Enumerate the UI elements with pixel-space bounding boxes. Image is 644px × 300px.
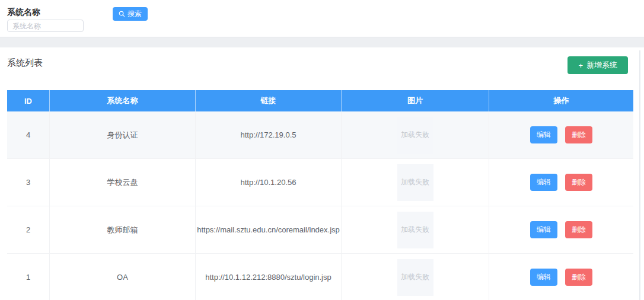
cell-link: http://10.1.20.56 — [196, 159, 342, 206]
column-header-id: ID — [7, 90, 50, 111]
column-header-link: 链接 — [196, 90, 342, 111]
cell-link: http://172.19.0.5 — [196, 111, 342, 158]
cell-actions: 编辑 删除 — [489, 254, 633, 300]
broken-image-placeholder: 加载失败 — [397, 259, 433, 296]
cell-name: OA — [50, 254, 196, 300]
panel-header: 系统列表 + 新增系统 — [7, 56, 628, 74]
scrollbar[interactable] — [639, 50, 640, 300]
table-row: 2 教师邮箱 https://mail.sztu.edu.cn/coremail… — [7, 206, 633, 254]
cell-id: 4 — [7, 111, 50, 158]
add-system-button-label: 新增系统 — [586, 60, 617, 71]
cell-name: 身份认证 — [50, 111, 196, 158]
cell-name: 学校云盘 — [50, 159, 196, 206]
add-system-button[interactable]: + 新增系统 — [568, 56, 628, 74]
column-header-image: 图片 — [342, 90, 489, 111]
table-row: 3 学校云盘 http://10.1.20.56 加载失败 编辑 删除 — [7, 159, 633, 206]
cell-link: http://10.1.12.212:8880/sztu/login.jsp — [196, 254, 342, 300]
table-row: 1 OA http://10.1.12.212:8880/sztu/login.… — [7, 254, 633, 300]
cell-name: 教师邮箱 — [50, 206, 196, 253]
cell-link: https://mail.sztu.edu.cn/coremail/index.… — [196, 206, 342, 253]
delete-button[interactable]: 删除 — [565, 126, 592, 143]
system-name-input[interactable] — [7, 20, 84, 32]
delete-button[interactable]: 删除 — [565, 269, 592, 286]
edit-button[interactable]: 编辑 — [530, 221, 557, 238]
cell-id: 3 — [7, 159, 50, 206]
system-list-panel: 系统列表 + 新增系统 ID 系统名称 链接 图片 操作 4 身份认证 http… — [0, 47, 644, 300]
panel-title: 系统列表 — [7, 56, 43, 69]
cell-image: 加载失败 — [342, 159, 489, 206]
delete-button[interactable]: 删除 — [565, 221, 592, 238]
system-table: ID 系统名称 链接 图片 操作 4 身份认证 http://172.19.0.… — [7, 90, 633, 300]
column-header-action: 操作 — [489, 90, 633, 111]
search-field-label: 系统名称 — [7, 7, 40, 18]
cell-image: 加载失败 — [342, 254, 489, 300]
plus-icon: + — [578, 61, 583, 70]
cell-actions: 编辑 删除 — [489, 159, 633, 206]
search-button[interactable]: 搜索 — [113, 7, 148, 21]
edit-button[interactable]: 编辑 — [530, 269, 557, 286]
cell-image: 加载失败 — [342, 206, 489, 253]
column-header-name: 系统名称 — [50, 90, 196, 111]
table-header-row: ID 系统名称 链接 图片 操作 — [7, 90, 633, 111]
broken-image-placeholder: 加载失败 — [397, 117, 433, 154]
search-icon — [119, 11, 125, 17]
table-row: 4 身份认证 http://172.19.0.5 加载失败 编辑 删除 — [7, 111, 633, 159]
edit-button[interactable]: 编辑 — [530, 174, 557, 191]
cell-id: 1 — [7, 254, 50, 300]
cell-id: 2 — [7, 206, 50, 253]
section-divider — [0, 37, 644, 47]
search-button-label: 搜索 — [127, 9, 142, 19]
delete-button[interactable]: 删除 — [565, 174, 592, 191]
cell-actions: 编辑 删除 — [489, 111, 633, 158]
search-panel: 系统名称 搜索 — [0, 0, 644, 37]
cell-image: 加载失败 — [342, 111, 489, 158]
broken-image-placeholder: 加载失败 — [397, 164, 433, 201]
broken-image-placeholder: 加载失败 — [397, 212, 433, 248]
cell-actions: 编辑 删除 — [489, 206, 633, 253]
edit-button[interactable]: 编辑 — [530, 126, 557, 143]
